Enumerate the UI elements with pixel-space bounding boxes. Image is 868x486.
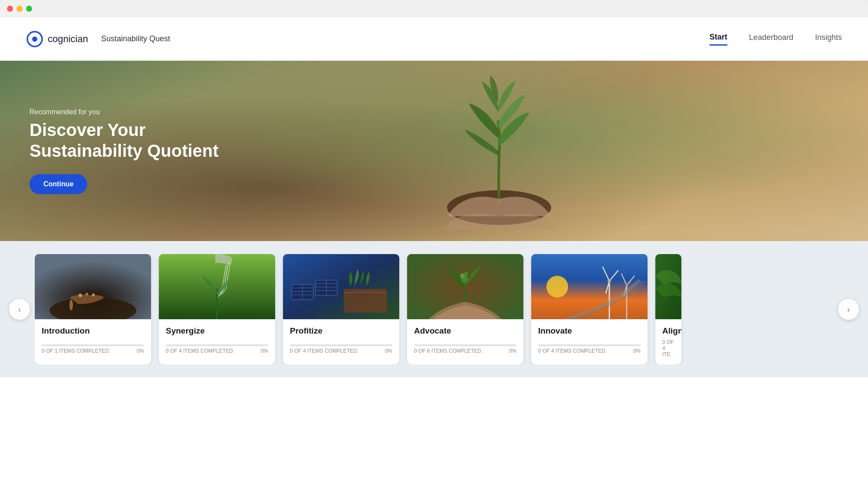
profitize-img-svg <box>283 254 399 319</box>
chevron-right-icon: › <box>847 304 850 314</box>
card-profitize-body: Profitize <box>283 319 399 336</box>
header: cognician Sustainability Quest Start Lea… <box>0 17 868 61</box>
card-profitize-percent: 0% <box>385 348 392 354</box>
main-nav: Start Leaderboard Insights <box>710 33 842 46</box>
card-profitize-items-completed: 0 OF 4 ITEMS COMPLETED. <box>290 348 358 354</box>
nav-item-leaderboard[interactable]: Leaderboard <box>749 33 793 45</box>
logo[interactable]: cognician <box>26 30 88 48</box>
card-innovate-title: Innovate <box>538 326 641 336</box>
card-profitize-title: Profitize <box>290 326 392 336</box>
card-advocate[interactable]: Advocate 0 OF 6 ITEMS COMPLETED. 0% <box>407 254 523 364</box>
innovate-img-svg <box>531 254 648 319</box>
card-synergize-items-completed: 0 OF 4 ITEMS COMPLETED. <box>166 348 234 354</box>
svg-point-36 <box>625 284 628 287</box>
card-introduction-title: Introduction <box>42 326 144 336</box>
card-advocate-progress-bar <box>414 344 516 346</box>
card-innovate-body: Innovate <box>531 319 648 336</box>
intro-img-svg <box>35 254 151 319</box>
card-synergize-progress-bar <box>166 344 268 346</box>
card-introduction[interactable]: Introduction 0 OF 1 ITEMS COMPLETED. 0% <box>35 254 151 364</box>
card-innovate-image <box>531 254 648 319</box>
card-profitize[interactable]: Profitize 0 OF 4 ITEMS COMPLETED. 0% <box>283 254 399 364</box>
card-advocate-items-completed: 0 OF 6 ITEMS COMPLETED. <box>414 348 483 354</box>
app-title: Sustainability Quest <box>101 34 170 43</box>
card-innovate-items-completed: 0 OF 4 ITEMS COMPLETED. <box>538 348 607 354</box>
card-synergize-progress-info: 0 OF 4 ITEMS COMPLETED. 0% <box>166 348 268 354</box>
app-container: cognician Sustainability Quest Start Lea… <box>0 17 868 486</box>
logo-text: cognician <box>48 33 88 45</box>
hero-title: Discover Your Sustainability Quotient <box>30 119 255 161</box>
svg-point-26 <box>546 276 568 298</box>
window-chrome <box>0 0 868 17</box>
hero-plant-decoration <box>434 61 564 241</box>
card-advocate-body: Advocate <box>407 319 523 336</box>
advocate-img-svg <box>407 254 523 319</box>
chevron-left-icon: ‹ <box>18 304 21 314</box>
svg-point-31 <box>608 279 611 283</box>
card-advocate-progress-info: 0 OF 6 ITEMS COMPLETED. 0% <box>414 348 516 354</box>
card-advocate-percent: 0% <box>509 348 516 354</box>
card-synergize-title: Synergize <box>166 326 268 336</box>
card-innovate[interactable]: Innovate 0 OF 4 ITEMS COMPLETED. 0% <box>531 254 648 364</box>
card-introduction-image <box>35 254 151 319</box>
cards-section: ‹ <box>0 241 868 377</box>
card-introduction-body: Introduction <box>35 319 151 336</box>
card-synergize-footer: 0 OF 4 ITEMS COMPLETED. 0% <box>159 344 275 361</box>
card-align-footer: 0 OF 4 ITE <box>655 339 681 364</box>
card-introduction-percent: 0% <box>137 348 144 354</box>
card-innovate-footer: 0 OF 4 ITEMS COMPLETED. 0% <box>531 344 648 361</box>
card-innovate-progress-info: 0 OF 4 ITEMS COMPLETED. 0% <box>538 348 641 354</box>
card-synergize[interactable]: Synergize 0 OF 4 ITEMS COMPLETED. 0% <box>159 254 275 364</box>
scroll-right-arrow[interactable]: › <box>838 298 859 320</box>
hero-banner: Recommended for you Discover Your Sustai… <box>0 61 868 241</box>
cards-list: Introduction 0 OF 1 ITEMS COMPLETED. 0% <box>35 254 833 364</box>
card-advocate-title: Advocate <box>414 326 516 336</box>
nav-item-start[interactable]: Start <box>710 33 727 46</box>
align-img-svg <box>655 254 681 319</box>
hero-content: Recommended for you Discover Your Sustai… <box>30 108 255 194</box>
svg-point-7 <box>92 294 95 297</box>
card-profitize-footer: 0 OF 4 ITEMS COMPLETED. 0% <box>283 344 399 361</box>
card-profitize-image <box>283 254 399 319</box>
minimize-button[interactable] <box>16 6 23 12</box>
card-align-title: Align <box>662 326 674 336</box>
card-synergize-image <box>159 254 275 319</box>
continue-button[interactable]: Continue <box>30 174 87 194</box>
maximize-button[interactable] <box>26 6 32 12</box>
plant-svg <box>443 69 556 234</box>
scroll-left-arrow[interactable]: ‹ <box>9 298 30 320</box>
svg-point-1 <box>32 36 37 42</box>
card-introduction-footer: 0 OF 1 ITEMS COMPLETED. 0% <box>35 344 151 361</box>
card-profitize-progress-bar <box>290 344 392 346</box>
card-align-image <box>655 254 681 319</box>
cards-container: ‹ <box>0 254 868 364</box>
card-align-body: Align <box>655 319 681 336</box>
hero-recommended-label: Recommended for you <box>30 108 255 116</box>
card-introduction-progress-info: 0 OF 1 ITEMS COMPLETED. 0% <box>42 348 144 354</box>
card-innovate-percent: 0% <box>633 348 641 354</box>
card-synergize-percent: 0% <box>261 348 268 354</box>
card-introduction-items-completed: 0 OF 1 ITEMS COMPLETED. <box>42 348 110 354</box>
synergize-img-svg <box>159 254 275 319</box>
card-introduction-progress-bar <box>42 344 144 346</box>
svg-point-6 <box>85 293 88 295</box>
card-innovate-progress-bar <box>538 344 641 346</box>
card-advocate-image <box>407 254 523 319</box>
card-synergize-body: Synergize <box>159 319 275 336</box>
logo-icon <box>26 30 43 48</box>
card-advocate-footer: 0 OF 6 ITEMS COMPLETED. 0% <box>407 344 523 361</box>
svg-point-24 <box>464 272 468 276</box>
card-profitize-progress-info: 0 OF 4 ITEMS COMPLETED. 0% <box>290 348 392 354</box>
svg-point-5 <box>79 294 82 297</box>
nav-item-insights[interactable]: Insights <box>815 33 842 45</box>
card-align-items-completed: 0 OF 4 ITE <box>662 339 674 357</box>
close-button[interactable] <box>7 6 13 12</box>
card-align-partial[interactable]: Align 0 OF 4 ITE <box>655 254 681 364</box>
